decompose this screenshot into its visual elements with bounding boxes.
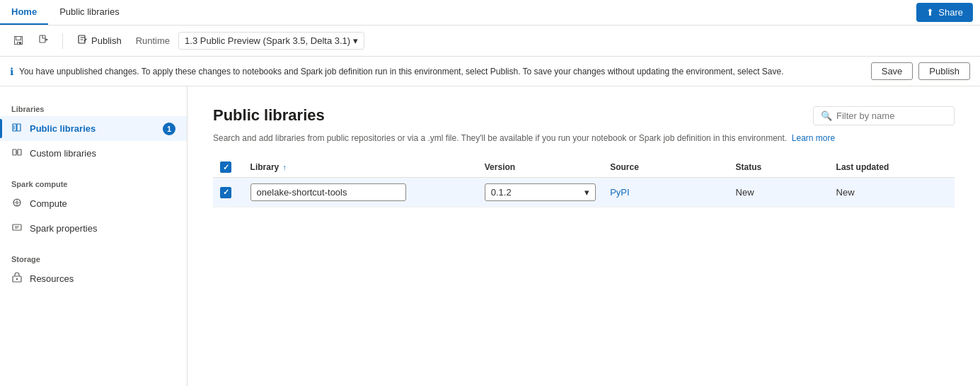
filter-input[interactable] xyxy=(836,110,947,121)
banner-publish-button[interactable]: Publish xyxy=(918,62,970,80)
col-header-library[interactable]: Library ↑ xyxy=(243,157,478,178)
storage-section-label: Storage xyxy=(0,248,187,266)
main-layout: Libraries Public libraries 1 xyxy=(0,86,980,386)
sort-icon: ↑ xyxy=(283,163,287,171)
spark-properties-label: Spark properties xyxy=(30,223,97,234)
export-icon xyxy=(38,34,50,47)
sidebar-item-custom-libraries[interactable]: Custom libraries xyxy=(0,141,187,166)
row-source-cell: PyPI xyxy=(603,178,728,208)
content-description: Search and add libraries from public rep… xyxy=(213,133,955,143)
tab-public-libraries[interactable]: Public libraries xyxy=(48,0,131,25)
svg-point-19 xyxy=(16,278,18,280)
export-icon-button[interactable] xyxy=(34,31,54,50)
select-all-checkbox[interactable] xyxy=(220,161,231,173)
version-chevron-icon: ▾ xyxy=(584,187,589,198)
save-icon-button[interactable]: 🖫 xyxy=(8,32,28,50)
runtime-label: Runtime xyxy=(133,35,173,46)
public-libraries-icon xyxy=(11,122,23,135)
content-area: Public libraries 🔍 Search and add librar… xyxy=(188,86,980,386)
compute-icon xyxy=(11,197,23,210)
runtime-dropdown[interactable]: 1.3 Public Preview (Spark 3.5, Delta 3.1… xyxy=(178,32,364,50)
runtime-value: 1.3 Public Preview (Spark 3.5, Delta 3.1… xyxy=(185,35,350,46)
library-name-input[interactable] xyxy=(250,183,406,201)
banner-message: You have unpublished changes. To apply t… xyxy=(19,67,865,76)
col-header-last-updated: Last updated xyxy=(829,157,955,178)
page-title: Public libraries xyxy=(213,106,325,125)
col-header-version: Version xyxy=(478,157,603,178)
publish-toolbar-label: Publish xyxy=(91,35,122,46)
svg-rect-3 xyxy=(17,124,21,131)
resources-label: Resources xyxy=(30,273,74,284)
sidebar: Libraries Public libraries 1 xyxy=(0,86,188,386)
custom-libraries-label: Custom libraries xyxy=(30,148,96,159)
publish-toolbar-button[interactable]: Publish xyxy=(71,31,127,50)
sidebar-item-compute[interactable]: Compute xyxy=(0,191,187,216)
public-libraries-label: Public libraries xyxy=(30,123,96,134)
resources-icon xyxy=(11,272,23,285)
compute-label: Compute xyxy=(30,198,67,209)
svg-point-10 xyxy=(16,202,18,204)
share-icon: ⬆ xyxy=(926,7,934,18)
share-button[interactable]: ⬆ Share xyxy=(916,3,973,22)
table-row[interactable]: 0.1.2 ▾ PyPI New New xyxy=(213,178,955,208)
top-nav: Home Public libraries ⬆ Share xyxy=(0,0,980,25)
publish-toolbar-icon xyxy=(77,34,88,47)
svg-rect-6 xyxy=(18,149,21,155)
tab-home[interactable]: Home xyxy=(0,0,48,25)
filter-input-container[interactable]: 🔍 xyxy=(813,106,955,125)
version-value: 0.1.2 xyxy=(491,187,512,198)
source-link[interactable]: PyPI xyxy=(610,187,629,198)
col-header-source: Source xyxy=(603,157,728,178)
sidebar-item-spark-properties[interactable]: Spark properties xyxy=(0,216,187,241)
spark-compute-section-label: Spark compute xyxy=(0,173,187,191)
libraries-table: Library ↑ Version Source Status Last upd… xyxy=(213,157,955,208)
toolbar: 🖫 Publish Runtime 1.3 Public Preview (Sp… xyxy=(0,25,980,57)
row-version-cell: 0.1.2 ▾ xyxy=(478,178,603,208)
banner-save-button[interactable]: Save xyxy=(871,62,913,80)
col-header-checkbox xyxy=(213,157,243,178)
svg-rect-5 xyxy=(13,149,16,155)
chevron-down-icon: ▾ xyxy=(353,35,358,46)
row-last-updated-cell: New xyxy=(829,178,955,208)
svg-rect-15 xyxy=(13,225,21,230)
version-dropdown[interactable]: 0.1.2 ▾ xyxy=(485,183,596,201)
col-header-status: Status xyxy=(729,157,829,178)
sidebar-item-resources[interactable]: Resources xyxy=(0,266,187,291)
row-library-cell xyxy=(243,178,478,208)
banner: ℹ You have unpublished changes. To apply… xyxy=(0,57,980,86)
row-status-cell: New xyxy=(729,178,829,208)
row-checkbox-cell xyxy=(213,178,243,208)
public-libraries-badge: 1 xyxy=(163,123,175,135)
custom-libraries-icon xyxy=(11,147,23,160)
libraries-section-label: Libraries xyxy=(0,98,187,116)
row-checkbox[interactable] xyxy=(220,187,231,198)
save-icon: 🖫 xyxy=(13,35,24,47)
sidebar-item-public-libraries[interactable]: Public libraries 1 xyxy=(0,116,187,141)
learn-more-link[interactable]: Learn more xyxy=(792,133,835,143)
spark-properties-icon xyxy=(11,222,23,235)
info-icon: ℹ xyxy=(10,66,13,77)
search-icon: 🔍 xyxy=(821,110,832,121)
